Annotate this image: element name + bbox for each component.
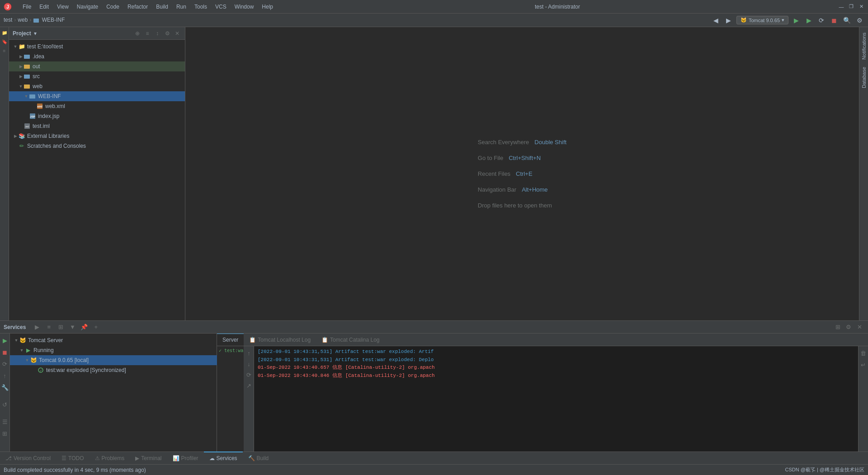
locate-button[interactable]: ⊕ (133, 29, 142, 38)
refresh-btn[interactable]: ↺ (0, 400, 10, 409)
tree-item-scratches[interactable]: ✏ Scratches and Consoles (9, 141, 185, 151)
services-filter-btn[interactable]: ▼ (67, 322, 77, 332)
menu-edit[interactable]: Edit (36, 3, 52, 11)
bookmark-btn[interactable]: ☰ (0, 417, 10, 427)
menu-help[interactable]: Help (258, 3, 277, 11)
reload-log-btn[interactable]: ⟳ (244, 370, 254, 380)
menu-navigate[interactable]: Navigate (73, 3, 102, 11)
menu-view[interactable]: View (53, 3, 72, 11)
breadcrumb-web[interactable]: web (18, 17, 28, 23)
services-tomcat-server[interactable]: ▼ 🐱 Tomcat Server (10, 335, 226, 345)
tree-item-extlibs[interactable]: ▶ 📚 External Libraries (9, 131, 185, 141)
close-button[interactable]: ✕ (858, 4, 864, 10)
services-pin-btn[interactable]: 📌 (79, 322, 89, 332)
extlibs-icon: 📚 (18, 132, 25, 140)
deploy-btn[interactable]: ↑ (0, 371, 10, 381)
terminal-label: Terminal (141, 455, 161, 461)
vc-label: Version Control (14, 455, 51, 461)
log-line-2: [2022-09-01 10:43:31,531] Artifact test:… (258, 356, 854, 364)
services-collapse-btn[interactable]: ≡ (44, 322, 54, 332)
tree-label-test: test E:\tool\test (27, 43, 63, 50)
hint-search: Search Everywhere Double Shift (478, 139, 566, 146)
run-button[interactable]: ▶ (804, 15, 814, 25)
redeploy-btn[interactable]: ⟳ (0, 359, 10, 369)
menu-tools[interactable]: Tools (191, 3, 211, 11)
settings-button[interactable]: ⚙ (854, 15, 864, 25)
tree-item-src[interactable]: ▶ src (9, 71, 185, 81)
bookmarks-icon[interactable]: 🔖 (1, 38, 8, 45)
build-button[interactable]: ▶ (791, 15, 801, 25)
sort-button[interactable]: ↕ (153, 29, 161, 38)
tab-localhost-log[interactable]: 📋 Tomcat Localhost Log (244, 334, 316, 346)
forward-button[interactable]: ▶ (724, 15, 734, 25)
main-area: 📁 🔖 ≡ Project ▾ ⊕ ≡ ↕ ⚙ ✕ ▼ 📁 test E:\to… (0, 27, 868, 320)
tree-item-webinf[interactable]: ▼ WEB-INF (9, 91, 185, 101)
search-button[interactable]: 🔍 (842, 15, 852, 25)
services-running[interactable]: ▼ ▶ Running (10, 345, 226, 355)
scroll-up-btn[interactable]: ↑ (244, 348, 254, 358)
gear-button[interactable]: ⚙ (163, 29, 171, 38)
tree-item-idea[interactable]: ▶ .idea (9, 52, 185, 61)
open-browser-btn[interactable]: ↗ (244, 381, 254, 390)
project-icon[interactable]: 📁 (1, 29, 8, 36)
database-tab[interactable]: Database (860, 63, 868, 92)
collapse-button[interactable]: ≡ (143, 29, 151, 38)
minimize-button[interactable]: — (838, 4, 844, 10)
services-group-btn[interactable]: ⊞ (56, 322, 66, 332)
tab-catalina-log[interactable]: 📋 Tomcat Catalina Log (316, 334, 385, 346)
notifications-tab[interactable]: Notifications (860, 29, 868, 63)
clear-log-btn[interactable]: 🗑 (859, 348, 868, 358)
tree-item-web[interactable]: ▼ web (9, 81, 185, 91)
stop-button[interactable]: ◼ (829, 15, 839, 25)
tree-item-indexjsp[interactable]: JSP index.jsp (9, 111, 185, 121)
tab-terminal[interactable]: ▶ Terminal (130, 451, 167, 464)
services-running-label: Running (33, 347, 54, 353)
tree-item-out[interactable]: ▶ out (9, 61, 185, 71)
services-close-btn[interactable]: ✕ (854, 322, 864, 332)
back-button[interactable]: ◀ (711, 15, 721, 25)
breadcrumb-webinf[interactable]: WEB-INF (33, 17, 65, 24)
menu-build[interactable]: Build (152, 3, 172, 11)
menu-vcs[interactable]: VCS (212, 3, 230, 11)
services-gear-btn[interactable]: ⚙ (844, 322, 854, 332)
tree-label-extlibs: External Libraries (27, 133, 69, 139)
services-run-btn[interactable]: ▶ (32, 322, 42, 332)
tree-item-test[interactable]: ▼ 📁 test E:\tool\test (9, 42, 185, 52)
scroll-down-btn[interactable]: ↓ (244, 359, 254, 369)
tab-build[interactable]: 🔨 Build (243, 451, 274, 464)
menu-code[interactable]: Code (103, 3, 123, 11)
structure-icon[interactable]: ≡ (1, 47, 8, 54)
breadcrumb: test › web › WEB-INF (4, 17, 65, 24)
close-panel-button[interactable]: ✕ (173, 29, 181, 38)
hint-goto: Go to File Ctrl+Shift+N (478, 155, 566, 161)
project-dropdown-icon[interactable]: ▾ (34, 30, 37, 37)
breadcrumb-test[interactable]: test (4, 17, 12, 23)
wrap-btn[interactable]: ↵ (859, 360, 868, 370)
services-tomcat-instance[interactable]: ▼ 🐱 Tomcat 9.0.65 [local] (10, 355, 226, 365)
tab-services[interactable]: ☁ Services (204, 451, 243, 464)
tab-version-control[interactable]: ⎇ Version Control (0, 451, 56, 464)
maximize-button[interactable]: ❐ (848, 4, 854, 10)
log-content[interactable]: [2022-09-01 10:43:31,531] Artifact test:… (254, 346, 858, 451)
tree-item-webxml[interactable]: xml web.xml (9, 101, 185, 111)
menu-file[interactable]: File (19, 3, 35, 11)
wrench-btn[interactable]: 🔧 (0, 382, 10, 392)
tab-profiler[interactable]: 📊 Profiler (167, 451, 204, 464)
tab-todo[interactable]: ☰ TODO (56, 451, 89, 464)
list-btn[interactable]: ⊞ (0, 428, 10, 438)
menu-refactor[interactable]: Refactor (124, 3, 151, 11)
menu-window[interactable]: Window (231, 3, 258, 11)
run-service-btn[interactable]: ▶ (0, 335, 10, 345)
svg-text:✓: ✓ (39, 369, 42, 373)
run-configuration[interactable]: 🐱 Tomcat 9.0.65 ▾ (736, 16, 788, 24)
services-add-btn[interactable]: + (91, 322, 101, 332)
artifact-icon: ✓ (37, 367, 44, 374)
tree-item-testiml[interactable]: iml test.iml (9, 121, 185, 131)
services-expand-btn[interactable]: ⊞ (833, 322, 843, 332)
menu-run[interactable]: Run (173, 3, 190, 11)
update-button[interactable]: ⟳ (816, 15, 826, 25)
services-artifact[interactable]: ✓ test:war exploded [Synchronized] (10, 365, 226, 375)
tab-server[interactable]: Server (217, 334, 244, 346)
tab-problems[interactable]: ⚠ Problems (90, 451, 130, 464)
stop-service-btn[interactable]: ◼ (0, 347, 10, 357)
